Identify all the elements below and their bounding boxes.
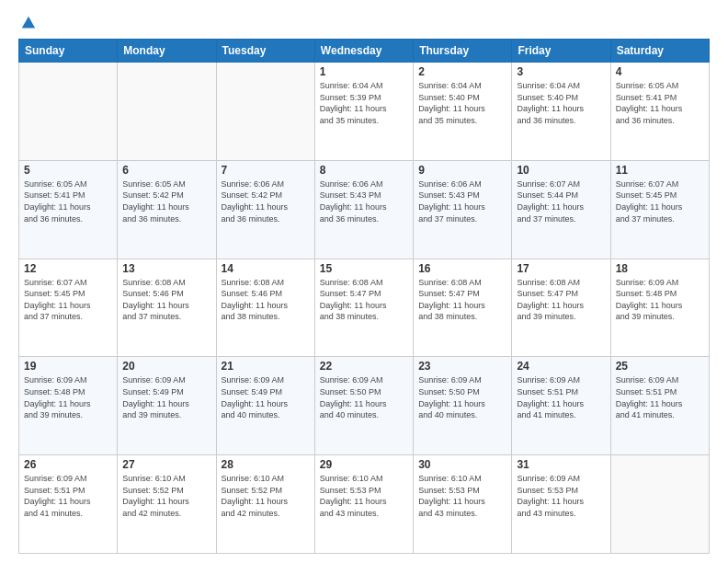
logo [18,15,37,31]
day-number: 24 [517,360,605,373]
day-info: Sunrise: 6:04 AM Sunset: 5:40 PM Dayligh… [418,80,506,126]
day-cell-3: 3Sunrise: 6:04 AM Sunset: 5:40 PM Daylig… [512,63,610,161]
day-info: Sunrise: 6:09 AM Sunset: 5:49 PM Dayligh… [222,374,310,420]
day-number: 25 [616,360,704,373]
empty-cell [216,63,314,161]
day-cell-26: 26Sunrise: 6:09 AM Sunset: 5:51 PM Dayli… [19,455,118,554]
day-number: 26 [24,458,112,471]
day-number: 3 [517,65,605,78]
day-cell-15: 15Sunrise: 6:08 AM Sunset: 5:47 PM Dayli… [314,259,413,357]
day-number: 20 [122,360,210,373]
day-info: Sunrise: 6:08 AM Sunset: 5:46 PM Dayligh… [122,277,210,323]
day-number: 15 [320,262,408,275]
day-number: 13 [122,262,210,275]
day-number: 1 [320,65,408,78]
day-info: Sunrise: 6:05 AM Sunset: 5:42 PM Dayligh… [122,178,210,224]
day-info: Sunrise: 6:07 AM Sunset: 5:45 PM Dayligh… [24,277,112,323]
day-cell-18: 18Sunrise: 6:09 AM Sunset: 5:48 PM Dayli… [610,259,709,357]
day-number: 16 [418,262,506,275]
day-cell-30: 30Sunrise: 6:10 AM Sunset: 5:53 PM Dayli… [414,455,512,554]
day-cell-7: 7Sunrise: 6:06 AM Sunset: 5:42 PM Daylig… [216,160,314,259]
day-number: 7 [222,164,310,177]
day-number: 18 [616,262,704,275]
weekday-header-tuesday: Tuesday [216,40,314,63]
day-cell-22: 22Sunrise: 6:09 AM Sunset: 5:50 PM Dayli… [314,357,413,455]
day-number: 17 [517,262,605,275]
week-row-5: 26Sunrise: 6:09 AM Sunset: 5:51 PM Dayli… [19,455,710,554]
day-cell-14: 14Sunrise: 6:08 AM Sunset: 5:46 PM Dayli… [216,259,314,357]
day-info: Sunrise: 6:07 AM Sunset: 5:44 PM Dayligh… [517,178,605,224]
day-number: 9 [418,164,506,177]
day-number: 27 [122,458,210,471]
day-cell-17: 17Sunrise: 6:08 AM Sunset: 5:47 PM Dayli… [512,259,610,357]
day-number: 11 [616,164,704,177]
day-cell-23: 23Sunrise: 6:09 AM Sunset: 5:50 PM Dayli… [414,357,512,455]
day-info: Sunrise: 6:09 AM Sunset: 5:51 PM Dayligh… [517,374,605,420]
day-cell-11: 11Sunrise: 6:07 AM Sunset: 5:45 PM Dayli… [610,160,709,259]
day-info: Sunrise: 6:09 AM Sunset: 5:48 PM Dayligh… [616,277,704,323]
weekday-header-monday: Monday [118,40,216,63]
day-cell-1: 1Sunrise: 6:04 AM Sunset: 5:39 PM Daylig… [314,63,413,161]
day-number: 5 [24,164,112,177]
day-cell-31: 31Sunrise: 6:09 AM Sunset: 5:53 PM Dayli… [512,455,610,554]
day-info: Sunrise: 6:09 AM Sunset: 5:48 PM Dayligh… [24,374,112,420]
day-cell-6: 6Sunrise: 6:05 AM Sunset: 5:42 PM Daylig… [118,160,216,259]
day-cell-9: 9Sunrise: 6:06 AM Sunset: 5:43 PM Daylig… [414,160,512,259]
weekday-header-thursday: Thursday [414,40,512,63]
day-info: Sunrise: 6:08 AM Sunset: 5:47 PM Dayligh… [320,277,408,323]
week-row-3: 12Sunrise: 6:07 AM Sunset: 5:45 PM Dayli… [19,259,710,357]
day-number: 14 [222,262,310,275]
weekday-header-row: SundayMondayTuesdayWednesdayThursdayFrid… [19,40,710,63]
week-row-1: 1Sunrise: 6:04 AM Sunset: 5:39 PM Daylig… [19,63,710,161]
day-number: 22 [320,360,408,373]
day-info: Sunrise: 6:09 AM Sunset: 5:51 PM Dayligh… [616,374,704,420]
day-info: Sunrise: 6:06 AM Sunset: 5:43 PM Dayligh… [418,178,506,224]
day-number: 23 [418,360,506,373]
week-row-2: 5Sunrise: 6:05 AM Sunset: 5:41 PM Daylig… [19,160,710,259]
day-number: 8 [320,164,408,177]
day-info: Sunrise: 6:10 AM Sunset: 5:53 PM Dayligh… [320,473,408,519]
day-cell-25: 25Sunrise: 6:09 AM Sunset: 5:51 PM Dayli… [610,357,709,455]
day-number: 21 [222,360,310,373]
empty-cell [19,63,118,161]
day-cell-29: 29Sunrise: 6:10 AM Sunset: 5:53 PM Dayli… [314,455,413,554]
day-number: 28 [222,458,310,471]
day-info: Sunrise: 6:09 AM Sunset: 5:49 PM Dayligh… [122,374,210,420]
day-info: Sunrise: 6:04 AM Sunset: 5:39 PM Dayligh… [320,80,408,126]
day-cell-19: 19Sunrise: 6:09 AM Sunset: 5:48 PM Dayli… [19,357,118,455]
week-row-4: 19Sunrise: 6:09 AM Sunset: 5:48 PM Dayli… [19,357,710,455]
day-info: Sunrise: 6:08 AM Sunset: 5:47 PM Dayligh… [418,277,506,323]
day-cell-28: 28Sunrise: 6:10 AM Sunset: 5:52 PM Dayli… [216,455,314,554]
weekday-header-wednesday: Wednesday [314,40,413,63]
empty-cell [610,455,709,554]
day-info: Sunrise: 6:10 AM Sunset: 5:52 PM Dayligh… [122,473,210,519]
day-info: Sunrise: 6:05 AM Sunset: 5:41 PM Dayligh… [24,178,112,224]
day-info: Sunrise: 6:06 AM Sunset: 5:43 PM Dayligh… [320,178,408,224]
day-cell-4: 4Sunrise: 6:05 AM Sunset: 5:41 PM Daylig… [610,63,709,161]
day-number: 30 [418,458,506,471]
weekday-header-friday: Friday [512,40,610,63]
day-cell-24: 24Sunrise: 6:09 AM Sunset: 5:51 PM Dayli… [512,357,610,455]
day-cell-16: 16Sunrise: 6:08 AM Sunset: 5:47 PM Dayli… [414,259,512,357]
day-cell-10: 10Sunrise: 6:07 AM Sunset: 5:44 PM Dayli… [512,160,610,259]
weekday-header-sunday: Sunday [19,40,118,63]
day-info: Sunrise: 6:08 AM Sunset: 5:47 PM Dayligh… [517,277,605,323]
day-number: 6 [122,164,210,177]
calendar-page: SundayMondayTuesdayWednesdayThursdayFrid… [0,0,728,563]
day-info: Sunrise: 6:09 AM Sunset: 5:53 PM Dayligh… [517,473,605,519]
day-number: 10 [517,164,605,177]
day-cell-27: 27Sunrise: 6:10 AM Sunset: 5:52 PM Dayli… [118,455,216,554]
day-number: 31 [517,458,605,471]
day-info: Sunrise: 6:04 AM Sunset: 5:40 PM Dayligh… [517,80,605,126]
day-number: 2 [418,65,506,78]
day-number: 4 [616,65,704,78]
day-info: Sunrise: 6:09 AM Sunset: 5:51 PM Dayligh… [24,473,112,519]
day-info: Sunrise: 6:09 AM Sunset: 5:50 PM Dayligh… [418,374,506,420]
day-cell-5: 5Sunrise: 6:05 AM Sunset: 5:41 PM Daylig… [19,160,118,259]
header [18,15,710,31]
day-info: Sunrise: 6:06 AM Sunset: 5:42 PM Dayligh… [222,178,310,224]
day-info: Sunrise: 6:08 AM Sunset: 5:46 PM Dayligh… [222,277,310,323]
day-info: Sunrise: 6:05 AM Sunset: 5:41 PM Dayligh… [616,80,704,126]
day-info: Sunrise: 6:09 AM Sunset: 5:50 PM Dayligh… [320,374,408,420]
day-number: 12 [24,262,112,275]
